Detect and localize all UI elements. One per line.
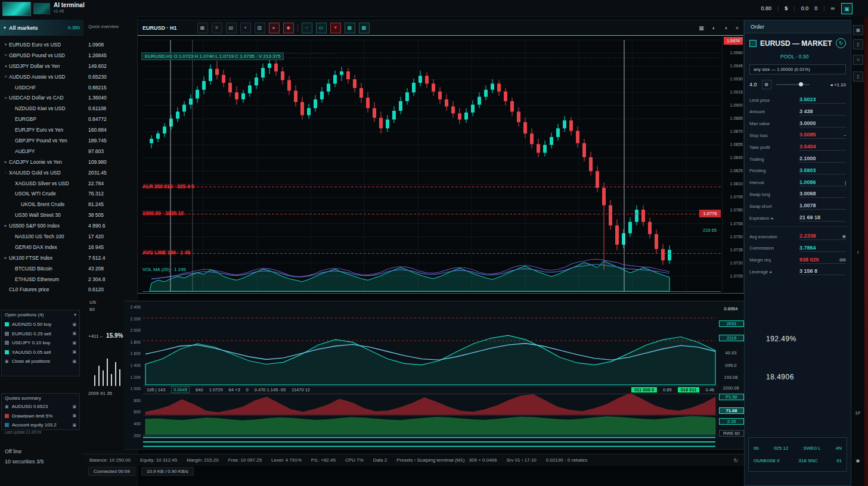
close-icon[interactable]: × (736, 25, 739, 31)
slider-knob[interactable] (799, 82, 803, 86)
crosshair-icon[interactable]: + (240, 23, 251, 33)
panel-icon[interactable]: ▯ (853, 39, 863, 49)
field-value[interactable]: 21 69 18 (799, 214, 846, 222)
quote-price-row[interactable]: 43 208 (83, 263, 137, 274)
position-row[interactable]: USDJPY 0.10 buy▣ (5, 338, 76, 348)
field-value[interactable]: 3 438 (799, 108, 846, 116)
quote-price-row[interactable]: 81.245 (83, 199, 137, 210)
field-value[interactable]: 3.0068 (799, 191, 846, 198)
quote-price-row[interactable]: 1.26845 (83, 50, 137, 61)
hotkey-icon[interactable]: 1F (851, 409, 864, 418)
order-symbol[interactable]: EURUSD — MARKET (760, 39, 832, 48)
quote-price-row[interactable]: 17 420 (83, 231, 137, 242)
clipboard-icon[interactable]: ▥ (255, 23, 265, 33)
field-value[interactable]: 3.5023 (799, 96, 846, 104)
quote-price-row[interactable]: 2 304.8 (83, 274, 137, 285)
copy-icon[interactable]: ▣ (72, 341, 76, 345)
copy-icon[interactable]: ▣ (72, 413, 76, 418)
quote-price-row[interactable]: 0.6120 (83, 284, 137, 295)
watchlist-row[interactable]: ◂USDJPY Dollar vs Yen (0, 61, 83, 71)
position-row[interactable]: EURUSD 0.25 sell▣ (5, 329, 76, 339)
quote-price-row[interactable]: 38 505 (83, 210, 137, 220)
quote-price-row[interactable]: 22.784 (83, 178, 137, 189)
quote-price-row[interactable]: 0.88215 (83, 82, 137, 93)
watchlist-row[interactable]: US30 Wall Street 30 (0, 210, 83, 220)
cursor-icon[interactable]: I (851, 248, 864, 257)
copy-icon[interactable]: ▣ (72, 322, 76, 327)
field-value[interactable]: 3.5903 (799, 167, 846, 175)
field-value[interactable]: 2.1000 (799, 155, 846, 163)
flag-red-icon[interactable]: ◆ (283, 23, 294, 33)
sidebar-header[interactable]: ▾ All markets 0.350 (0, 20, 83, 36)
field-value[interactable]: 3.5404 (799, 144, 846, 151)
copy-icon[interactable]: ▣ (72, 350, 76, 354)
field-value[interactable]: 1.0086| (799, 179, 846, 186)
order-size-input[interactable]: any size — 1.00000 (0.01%) (749, 64, 846, 74)
watchlist-row[interactable]: ▸CADJPY Loonie vs Yen (0, 157, 83, 167)
maximize-circle-icon[interactable]: ◑ (724, 25, 727, 31)
watchlist-row[interactable]: ◦XAUUSD Gold vs USD (0, 167, 83, 178)
refresh-icon[interactable]: ↻ (733, 457, 738, 463)
watchlist-row[interactable]: ≡AUDUSD Aussie vs USD (0, 71, 83, 82)
watchlist-row[interactable]: GER40 DAX Index (0, 242, 83, 253)
volume-value[interactable]: 4.0 (749, 82, 757, 88)
candlestick-chart[interactable] (138, 36, 722, 294)
quote-price-row[interactable]: 4 890.6 (83, 220, 137, 231)
wave-icon[interactable]: ~ (302, 23, 312, 33)
position-row[interactable]: XAUUSD 0.05 sell▣ (5, 348, 76, 357)
quote-price-row[interactable]: 7 612.4 (83, 253, 137, 263)
watchlist-row[interactable]: BTCUSD Bitcoin (0, 263, 83, 274)
copy-icon[interactable]: ▣ (853, 25, 863, 35)
watchlist-row[interactable]: NAS100 US Tech 100 (0, 231, 83, 242)
field-value[interactable]: 1.0078 (799, 202, 846, 210)
field-value[interactable]: 3.5085– (799, 132, 846, 139)
quote-price-row[interactable]: 0.65230 (83, 71, 137, 82)
volume-slider[interactable] (776, 84, 810, 85)
filter-red-icon[interactable]: ▼ (330, 23, 341, 33)
quote-price-row[interactable]: 1.36040 (83, 92, 137, 103)
volume-step-label[interactable]: ◂ +1.10 (830, 82, 846, 88)
watchlist-row[interactable]: ▸UK100 FTSE Index (0, 253, 83, 263)
copy-icon[interactable]: ▣ (72, 404, 76, 409)
chart-type-icon[interactable]: ▤ (226, 23, 237, 33)
quote-price-row[interactable]: 97.603 (83, 146, 137, 157)
watchlist-row[interactable]: USDCHF (0, 82, 83, 93)
watchlist-row[interactable]: ETHUSD Ethereum (0, 274, 83, 285)
quote-price-row[interactable]: 160.884 (83, 124, 137, 135)
pattern2-icon[interactable]: ▩ (359, 23, 370, 33)
copy-icon[interactable]: ▣ (72, 331, 76, 336)
watchlist-row[interactable]: CL0 Futures price (0, 284, 83, 295)
panel-alt-icon[interactable]: ▯ (853, 71, 863, 82)
field-value[interactable]: 3 156 8 (799, 268, 846, 275)
field-value[interactable]: 938 020000 (799, 257, 846, 264)
copy-icon[interactable]: ▣ (72, 423, 76, 428)
field-value[interactable]: 3.7864 (799, 245, 846, 252)
watchlist-row[interactable]: GBPJPY Pound vs Yen (0, 135, 83, 146)
quote-price-row[interactable]: 0.84772 (83, 114, 137, 124)
random-icon[interactable]: ▦ (762, 80, 771, 89)
quote-price-row[interactable]: 2031.45 (83, 167, 137, 178)
layers-icon[interactable]: ≈ (853, 55, 863, 65)
quote-price-row[interactable]: 149.602 (83, 61, 137, 71)
box-icon[interactable]: ▭ (316, 23, 327, 33)
watchlist-row[interactable]: ≡USDCAD Dollar vs CAD (0, 92, 83, 103)
quote-price-row[interactable]: 1.0908 (83, 39, 137, 50)
minimize-circle-icon[interactable]: ◐ (712, 25, 715, 31)
copy-icon[interactable]: ▣ (72, 359, 76, 364)
layout-grid-icon[interactable]: ▦ (699, 25, 704, 31)
watchlist-row[interactable]: USOIL WTI Crude (0, 188, 83, 199)
dollar-icon[interactable]: $ (785, 5, 788, 11)
alert-red-icon[interactable]: ▸ (269, 23, 280, 33)
watchlist-row[interactable]: ▸US500 S&P 500 Index (0, 220, 83, 231)
price-axis[interactable]: 1.0974 1.09751.09601.09451.09301.09151.0… (722, 36, 744, 294)
chevron-down-icon[interactable]: ▾ (74, 312, 76, 317)
pattern-icon[interactable]: ▦ (345, 23, 355, 33)
watchlist-row[interactable]: UKOIL Brent Crude (0, 199, 83, 210)
watchlist-row[interactable]: ≡GBPUSD Pound vs USD (0, 50, 83, 61)
order-panel-header[interactable]: Order (745, 20, 851, 33)
watchlist-row[interactable]: EURGBP (0, 114, 83, 124)
quote-price-row[interactable]: 16 945 (83, 242, 137, 253)
watchlist-row[interactable]: NZDUSD Kiwi vs USD (0, 103, 83, 114)
position-row[interactable]: ▣Close all positions▣ (5, 357, 76, 366)
workspace-chip-icon[interactable]: ▣ (841, 3, 852, 14)
